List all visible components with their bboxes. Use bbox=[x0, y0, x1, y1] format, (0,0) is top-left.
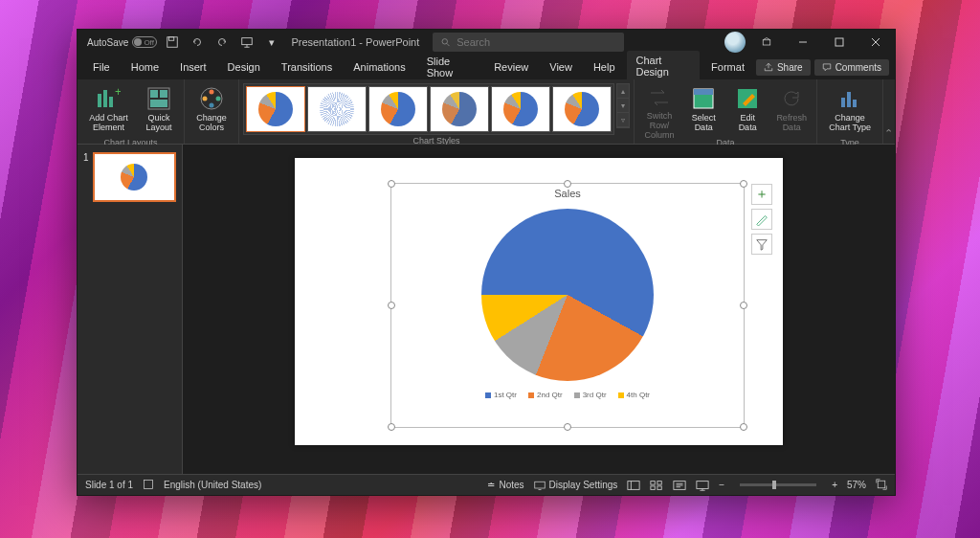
switch-row-column-button: Switch Row/ Column bbox=[638, 83, 680, 137]
slide-thumbnail-1[interactable] bbox=[93, 152, 176, 202]
svg-rect-22 bbox=[841, 98, 845, 107]
svg-rect-1 bbox=[169, 37, 174, 41]
tab-file[interactable]: File bbox=[83, 57, 120, 77]
change-colors-button[interactable]: Change Colors bbox=[189, 83, 234, 137]
tab-help[interactable]: Help bbox=[584, 57, 625, 77]
zoom-slider[interactable] bbox=[740, 483, 816, 486]
svg-rect-34 bbox=[878, 481, 885, 488]
search-input[interactable] bbox=[457, 36, 616, 48]
autosave-toggle[interactable]: AutoSave Off bbox=[87, 36, 157, 48]
zoom-level[interactable]: 57% bbox=[847, 480, 866, 490]
resize-handle[interactable] bbox=[564, 180, 571, 188]
resize-handle[interactable] bbox=[564, 423, 571, 431]
resize-handle[interactable] bbox=[740, 302, 747, 309]
slide-number: 1 bbox=[83, 152, 89, 202]
svg-point-17 bbox=[209, 103, 213, 108]
slideshow-view-icon[interactable] bbox=[696, 480, 709, 491]
redo-icon[interactable] bbox=[212, 33, 232, 52]
group-type: Change Chart Type Type bbox=[817, 79, 883, 144]
close-icon[interactable] bbox=[860, 31, 891, 54]
quick-layout-button[interactable]: Quick Layout bbox=[138, 83, 180, 137]
chart-object[interactable]: Sales 1st Qtr 2nd Qtr 3rd Qtr 4th Qtr ＋ bbox=[390, 183, 745, 428]
chart-style-2[interactable] bbox=[307, 86, 367, 132]
slide[interactable]: Sales 1st Qtr 2nd Qtr 3rd Qtr 4th Qtr ＋ bbox=[295, 158, 783, 445]
svg-point-15 bbox=[209, 90, 213, 95]
resize-handle[interactable] bbox=[388, 302, 395, 309]
resize-handle[interactable] bbox=[388, 180, 395, 188]
reading-view-icon[interactable] bbox=[673, 480, 686, 491]
refresh-data-button: Refresh Data bbox=[770, 83, 813, 137]
sorter-view-icon[interactable] bbox=[650, 480, 663, 491]
maximize-icon[interactable] bbox=[824, 31, 855, 54]
slide-canvas[interactable]: Sales 1st Qtr 2nd Qtr 3rd Qtr 4th Qtr ＋ bbox=[183, 145, 895, 474]
svg-rect-13 bbox=[150, 100, 167, 107]
collapse-ribbon-icon[interactable]: ⌃ bbox=[883, 79, 895, 144]
scroll-down-icon[interactable]: ▾ bbox=[617, 99, 629, 113]
tab-slide-show[interactable]: Slide Show bbox=[417, 52, 483, 82]
qat-more-icon[interactable]: ▾ bbox=[262, 33, 281, 52]
chart-styles-button[interactable] bbox=[751, 209, 772, 230]
chart-type-icon bbox=[836, 85, 863, 112]
tab-design[interactable]: Design bbox=[218, 57, 270, 77]
chart-filters-button[interactable] bbox=[751, 234, 772, 255]
chart-style-3[interactable] bbox=[368, 86, 428, 132]
svg-rect-30 bbox=[651, 485, 655, 489]
svg-rect-5 bbox=[835, 38, 843, 46]
minimize-icon[interactable] bbox=[788, 31, 818, 54]
notes-button[interactable]: ≐ Notes bbox=[487, 480, 523, 490]
chart-elements-button[interactable]: ＋ bbox=[751, 184, 772, 205]
accessibility-icon[interactable] bbox=[143, 479, 154, 492]
autosave-label: AutoSave bbox=[87, 37, 128, 48]
svg-rect-29 bbox=[657, 481, 661, 484]
tab-insert[interactable]: Insert bbox=[170, 57, 216, 77]
present-icon[interactable] bbox=[237, 33, 256, 52]
search-box[interactable] bbox=[433, 33, 624, 52]
tab-view[interactable]: View bbox=[540, 57, 582, 77]
share-button[interactable]: Share bbox=[756, 59, 811, 76]
normal-view-icon[interactable] bbox=[627, 480, 640, 491]
svg-rect-11 bbox=[150, 90, 158, 98]
undo-icon[interactable] bbox=[188, 33, 207, 52]
pie-chart[interactable] bbox=[391, 199, 744, 391]
search-icon bbox=[440, 36, 451, 48]
tab-animations[interactable]: Animations bbox=[344, 57, 414, 77]
tab-home[interactable]: Home bbox=[122, 57, 168, 77]
user-avatar[interactable] bbox=[724, 32, 746, 53]
gallery-scroll[interactable]: ▴▾▿ bbox=[616, 83, 630, 128]
fit-slide-icon[interactable] bbox=[876, 479, 887, 492]
resize-handle[interactable] bbox=[740, 180, 747, 188]
save-icon[interactable] bbox=[163, 33, 182, 52]
svg-point-16 bbox=[215, 97, 220, 101]
chart-legend[interactable]: 1st Qtr 2nd Qtr 3rd Qtr 4th Qtr bbox=[391, 391, 744, 399]
chart-style-5[interactable] bbox=[491, 86, 550, 132]
toggle-switch[interactable]: Off bbox=[132, 36, 157, 48]
tab-review[interactable]: Review bbox=[484, 57, 538, 77]
resize-handle[interactable] bbox=[388, 423, 395, 431]
comments-button[interactable]: Comments bbox=[814, 59, 889, 76]
svg-rect-27 bbox=[628, 481, 639, 489]
select-data-button[interactable]: Select Data bbox=[682, 83, 724, 137]
svg-rect-8 bbox=[109, 97, 113, 107]
svg-point-3 bbox=[442, 39, 447, 44]
chart-style-6[interactable] bbox=[552, 86, 612, 132]
tab-format[interactable]: Format bbox=[702, 57, 754, 77]
chart-style-1[interactable] bbox=[246, 86, 305, 132]
edit-data-button[interactable]: Edit Data bbox=[726, 83, 768, 137]
language-status[interactable]: English (United States) bbox=[164, 480, 261, 490]
resize-handle[interactable] bbox=[740, 423, 747, 431]
zoom-in-button[interactable]: + bbox=[832, 480, 837, 490]
svg-rect-26 bbox=[534, 482, 545, 488]
group-data: Switch Row/ Column Select Data Edit Data… bbox=[635, 79, 817, 144]
add-chart-element-button[interactable]: + Add Chart Element bbox=[81, 83, 136, 137]
svg-point-18 bbox=[202, 97, 207, 101]
scroll-up-icon[interactable]: ▴ bbox=[617, 84, 629, 99]
display-settings-button[interactable]: Display Settings bbox=[534, 480, 618, 491]
ribbon-options-icon[interactable] bbox=[751, 31, 782, 54]
tab-transitions[interactable]: Transitions bbox=[272, 57, 342, 77]
slide-counter: Slide 1 of 1 bbox=[85, 480, 133, 490]
gallery-more-icon[interactable]: ▿ bbox=[617, 113, 629, 127]
chart-style-4[interactable] bbox=[430, 86, 489, 132]
zoom-out-button[interactable]: − bbox=[719, 480, 724, 490]
change-chart-type-button[interactable]: Change Chart Type bbox=[821, 83, 879, 137]
tab-chart-design[interactable]: Chart Design bbox=[627, 51, 701, 83]
